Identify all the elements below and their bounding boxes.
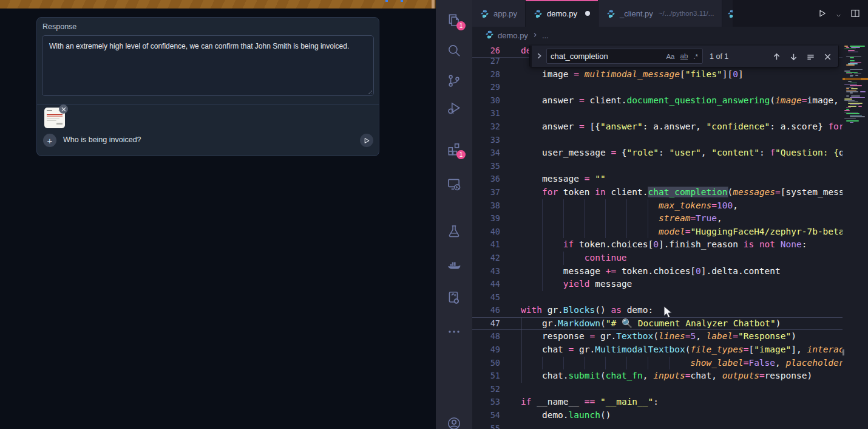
line-number[interactable]: 33 — [472, 134, 500, 147]
find-match-count: 1 of 1 — [710, 46, 728, 67]
line-text: if __name__ == "__main__": — [521, 396, 659, 409]
line-text: continue — [521, 252, 627, 265]
code-line-48[interactable]: 48 response = gr.Textbox(lines=5, label=… — [472, 330, 868, 343]
code-line-45[interactable]: 45 — [472, 291, 868, 304]
code-line-36[interactable]: 36 message = "" — [472, 173, 868, 186]
breadcrumb-tail[interactable]: ... — [542, 31, 549, 40]
line-number[interactable]: 32 — [472, 120, 500, 134]
line-number[interactable]: 48 — [472, 330, 500, 343]
find-resize-sash[interactable] — [530, 46, 532, 67]
regex-toggle[interactable]: .* — [693, 53, 698, 60]
activity-item-extensions[interactable]: 1 — [446, 141, 462, 157]
code-line-41[interactable]: 41 if token.choices[0].finish_reason is … — [472, 238, 868, 252]
code-line-37[interactable]: 37 for token in client.chat_completion(m… — [472, 186, 868, 199]
code-line-46[interactable]: 46with gr.Blocks() as demo: — [472, 304, 868, 317]
line-number[interactable]: 51 — [472, 369, 500, 383]
line-number[interactable]: 55 — [472, 422, 500, 429]
line-number[interactable]: 38 — [472, 199, 500, 213]
activity-item-source-control[interactable] — [446, 73, 462, 89]
code-line-53[interactable]: 53if __name__ == "__main__": — [472, 396, 868, 409]
line-number[interactable]: 39 — [472, 212, 500, 225]
chat-input-text[interactable]: Who is being invoiced? — [63, 136, 141, 144]
code-line-39[interactable]: 39 stream=True, — [472, 212, 868, 225]
remove-attachment-button[interactable] — [59, 105, 68, 114]
code-line-31[interactable]: 31 — [472, 107, 868, 120]
code-line-42[interactable]: 42 continue — [472, 252, 868, 265]
activity-item-more-views[interactable] — [446, 324, 462, 340]
line-number[interactable]: 35 — [472, 160, 500, 173]
line-number[interactable]: 26 — [472, 44, 500, 58]
previous-match-button[interactable] — [772, 52, 781, 61]
line-number[interactable]: 53 — [472, 396, 500, 409]
activity-item-remote-explorer[interactable] — [446, 176, 462, 192]
line-number[interactable]: 43 — [472, 265, 500, 278]
code-line-30[interactable]: 30 answer = client.document_question_ans… — [472, 94, 868, 108]
breadcrumb-file[interactable]: demo.py — [498, 31, 528, 40]
code-line-51[interactable]: 51 chat.submit(chat_fn, inputs=chat, out… — [472, 369, 868, 383]
code-line-28[interactable]: 28 image = multimodal_message["files"][0… — [472, 68, 868, 81]
line-number[interactable]: 45 — [472, 291, 500, 304]
line-number[interactable]: 44 — [472, 278, 500, 291]
whole-word-toggle[interactable]: ab — [680, 52, 688, 60]
code-line-55[interactable]: 55 — [472, 422, 868, 429]
next-match-button[interactable] — [789, 52, 798, 61]
line-number[interactable]: 47 — [472, 317, 500, 331]
code-line-40[interactable]: 40 model="HuggingFaceH4/zephyr-7b-beta") — [472, 225, 868, 239]
run-button[interactable] — [816, 8, 827, 19]
split-editor-button[interactable] — [850, 8, 861, 19]
code-line-34[interactable]: 34 user_message = {"role": "user", "cont… — [472, 146, 868, 160]
code-line-29[interactable]: 29 — [472, 81, 868, 94]
line-number[interactable]: 29 — [472, 81, 500, 94]
code-line-33[interactable]: 33 — [472, 134, 868, 147]
line-number[interactable]: 54 — [472, 409, 500, 422]
line-number[interactable]: 36 — [472, 173, 500, 186]
minimap-line — [855, 75, 858, 76]
line-number[interactable]: 50 — [472, 357, 500, 370]
code-line-52[interactable]: 52 — [472, 383, 868, 396]
line-number[interactable]: 46 — [472, 304, 500, 317]
code-line-54[interactable]: 54 demo.launch() — [472, 409, 868, 422]
minimap[interactable] — [843, 44, 868, 429]
run-dropdown-button[interactable] — [835, 10, 842, 17]
line-number[interactable]: 52 — [472, 383, 500, 396]
response-textarea[interactable]: With an extremely high level of confiden… — [42, 36, 373, 95]
find-in-selection-button[interactable] — [806, 52, 815, 61]
activity-item-docker[interactable] — [446, 258, 462, 273]
activity-item-run-debug[interactable] — [446, 100, 462, 116]
line-number[interactable]: 40 — [472, 225, 500, 239]
breadcrumb[interactable]: demo.py ... — [472, 27, 868, 44]
code-editor[interactable]: 2728 image = multimodal_message["files"]… — [472, 44, 868, 429]
code-line-38[interactable]: 38 max_tokens=100, — [472, 199, 868, 213]
tab-demo.py[interactable]: demo.py — [526, 0, 598, 27]
code-line-47[interactable]: 47 gr.Markdown("# 🔍 Document Analyzer Ch… — [472, 317, 868, 331]
match-case-toggle[interactable]: Aa — [666, 53, 674, 60]
activity-item-explorer[interactable]: 1 — [446, 12, 462, 28]
code-line-44[interactable]: 44 yield message — [472, 278, 868, 291]
tab-_client.py[interactable]: _client.py~/.../python3.11/... — [598, 0, 722, 27]
line-number[interactable]: 49 — [472, 343, 500, 357]
activity-item-task-runner[interactable] — [446, 290, 462, 306]
line-number[interactable]: 30 — [472, 94, 500, 108]
line-number[interactable]: 41 — [472, 238, 500, 252]
find-input[interactable] — [547, 52, 666, 61]
code-line-32[interactable]: 32 answer = [{"answer": a.answer, "confi… — [472, 120, 868, 134]
line-number[interactable]: 34 — [472, 146, 500, 160]
line-number[interactable]: 37 — [472, 186, 500, 199]
add-file-button[interactable]: + — [43, 134, 56, 147]
tab-clipped[interactable] — [722, 0, 733, 27]
line-number[interactable]: 42 — [472, 252, 500, 265]
send-button[interactable] — [360, 134, 373, 147]
find-expand-toggle[interactable] — [535, 52, 543, 60]
line-number[interactable]: 28 — [472, 68, 500, 81]
activity-item-search[interactable] — [446, 43, 462, 58]
code-line-50[interactable]: 50 show_label=False, placeholder= — [472, 357, 868, 370]
activity-item-account[interactable] — [446, 416, 462, 429]
close-find-button[interactable] — [823, 52, 832, 61]
line-number[interactable]: 31 — [472, 107, 500, 120]
activity-item-testing[interactable] — [446, 224, 462, 239]
tab-app.py[interactable]: app.py — [472, 0, 526, 27]
code-line-43[interactable]: 43 message += token.choices[0].delta.con… — [472, 265, 868, 278]
code-line-49[interactable]: 49 chat = gr.MultimodalTextbox(file_type… — [472, 343, 868, 357]
code-line-35[interactable]: 35 — [472, 160, 868, 173]
badge: 1 — [456, 21, 466, 30]
